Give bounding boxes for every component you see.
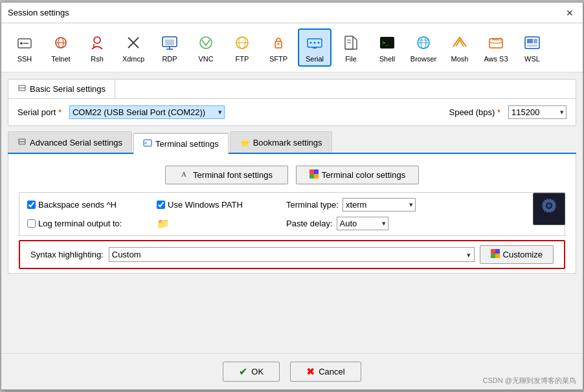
tab-terminal-settings-label: Terminal settings — [155, 139, 219, 149]
customize-icon — [491, 249, 500, 260]
protocol-rdp[interactable]: RDP — [153, 28, 186, 67]
tab-bookmark-settings[interactable]: ⭐ Bookmark settings — [230, 131, 332, 153]
protocol-wsl[interactable]: WSL — [515, 28, 549, 67]
tab-advanced-serial[interactable]: Advanced Serial settings — [8, 131, 132, 153]
vnc-label: VNC — [198, 55, 213, 63]
terminal-type-label: Terminal type: — [286, 200, 339, 210]
customize-btn[interactable]: Customize — [480, 245, 554, 264]
tab-terminal-settings[interactable]: A Terminal settings — [133, 133, 229, 154]
speed-select[interactable]: 115200 9600 19200 38400 57600 230400 — [508, 105, 567, 119]
tab-advanced-serial-label: Advanced Serial settings — [30, 138, 122, 147]
protocol-serial[interactable]: Serial — [298, 28, 331, 67]
rdp-label: RDP — [162, 55, 177, 63]
protocol-browser[interactable]: Browser — [407, 28, 440, 67]
svg-rect-49 — [309, 169, 314, 174]
protocol-telnet[interactable]: Telnet — [44, 28, 78, 67]
folder-icon[interactable]: 📁 — [157, 217, 170, 230]
mosh-label: Mosh — [451, 55, 469, 63]
rsh-icon — [87, 32, 107, 53]
log-checkbox[interactable] — [27, 219, 36, 228]
protocol-vnc[interactable]: VNC — [189, 28, 223, 67]
rdp-icon — [159, 32, 180, 53]
ok-icon: ✔ — [239, 365, 247, 378]
windows-path-checkbox[interactable] — [157, 201, 165, 209]
svg-rect-52 — [314, 174, 319, 179]
svg-rect-11 — [165, 39, 174, 45]
basic-serial-tab[interactable]: Basic Serial settings — [8, 80, 115, 98]
gear-icon — [537, 197, 561, 221]
wsl-label: WSL — [524, 55, 540, 63]
ssh-label: SSH — [17, 55, 32, 63]
awss3-label: Aws S3 — [484, 55, 508, 63]
svg-point-22 — [314, 42, 316, 44]
speed-select-wrapper: 115200 9600 19200 38400 57600 230400 — [508, 105, 567, 119]
basic-serial-panel: Basic Serial settings Serial port * COM2… — [8, 79, 576, 126]
backspace-label[interactable]: Backspace sends ^H — [38, 200, 117, 210]
browser-icon — [413, 32, 434, 53]
backspace-checkbox[interactable] — [27, 201, 36, 209]
paste-delay-option: Paste delay: Auto None Short Medium Long — [286, 217, 557, 230]
svg-point-42 — [23, 87, 25, 89]
svg-text:>_: >_ — [382, 39, 389, 46]
tab-bookmark-settings-label: Bookmark settings — [253, 138, 322, 147]
protocol-xdmcp[interactable]: Xdmcp — [117, 28, 150, 67]
shell-label: Shell — [379, 55, 395, 63]
log-label[interactable]: Log terminal output to: — [38, 219, 122, 228]
protocol-shell[interactable]: >_ Shell — [370, 28, 404, 67]
log-option: Log terminal output to: — [27, 219, 157, 228]
basic-serial-tab-header: Basic Serial settings — [8, 80, 576, 99]
terminal-color-btn[interactable]: Terminal color settings — [296, 166, 419, 184]
watermark: CSDN @无聊到发博客的菜鸟 — [483, 376, 576, 386]
svg-rect-56 — [495, 254, 500, 258]
protocol-rsh[interactable]: Rsh — [80, 28, 114, 67]
advanced-serial-tab-icon — [17, 137, 27, 148]
protocol-mosh[interactable]: Mosh — [443, 28, 477, 67]
svg-rect-24 — [313, 47, 317, 49]
terminal-type-select[interactable]: xterm xterm-256color vt100 linux — [343, 198, 416, 212]
syntax-select-wrapper: Custom None C/C++ Python — [109, 247, 475, 262]
serial-label: Serial — [306, 55, 324, 63]
rsh-label: Rsh — [91, 55, 104, 63]
svg-rect-55 — [491, 254, 495, 258]
windows-path-label[interactable]: Use Windows PATH — [168, 200, 243, 210]
ok-button[interactable]: ✔ OK — [223, 362, 280, 382]
serial-port-select[interactable]: COM22 (USB Serial Port (COM22)) — [69, 105, 225, 119]
svg-point-21 — [310, 42, 312, 44]
browser-label: Browser — [410, 55, 436, 63]
cancel-button[interactable]: ✖ Cancel — [290, 362, 361, 382]
file-icon — [341, 32, 361, 53]
svg-text:AWS: AWS — [492, 37, 502, 41]
svg-point-40 — [19, 87, 21, 89]
log-folder: 📁 — [157, 217, 286, 230]
protocol-ssh[interactable]: SSH — [8, 28, 41, 67]
terminal-tab-icon: A — [143, 138, 152, 149]
lower-tabs: Advanced Serial settings A Terminal sett… — [8, 131, 576, 154]
serial-port-select-wrapper: COM22 (USB Serial Port (COM22)) — [69, 105, 225, 119]
terminal-type-option: Terminal type: xterm xterm-256color vt10… — [286, 198, 557, 212]
ftp-icon — [232, 32, 253, 53]
xdmcp-icon — [123, 32, 144, 53]
syntax-select[interactable]: Custom None C/C++ Python — [109, 247, 475, 262]
svg-point-45 — [23, 141, 25, 142]
speed-label: Speed (bps) * — [449, 107, 500, 117]
syntax-highlighting-row: Syntax highlighting: Custom None C/C++ P… — [19, 240, 565, 269]
protocol-sftp[interactable]: SFTP — [262, 28, 295, 67]
terminal-type-select-wrapper: xterm xterm-256color vt100 linux — [343, 198, 416, 212]
serial-icon — [304, 32, 325, 53]
shell-icon: >_ — [377, 32, 398, 53]
terminal-font-btn[interactable]: A Terminal font settings — [165, 166, 288, 184]
protocol-file[interactable]: File — [334, 28, 368, 67]
svg-text:A: A — [144, 141, 147, 145]
protocol-awss3[interactable]: AWS Aws S3 — [479, 28, 513, 67]
main-content: Basic Serial settings Serial port * COM2… — [1, 72, 583, 353]
title-bar: Session settings ✕ — [1, 3, 583, 23]
svg-rect-51 — [309, 174, 314, 179]
svg-point-43 — [19, 141, 21, 142]
svg-rect-37 — [527, 39, 533, 43]
close-button[interactable]: ✕ — [563, 6, 576, 19]
backspace-option: Backspace sends ^H — [27, 200, 157, 210]
paste-delay-select[interactable]: Auto None Short Medium Long — [337, 217, 388, 230]
svg-point-41 — [21, 87, 23, 89]
svg-text:A: A — [181, 170, 186, 178]
protocol-ftp[interactable]: FTP — [225, 28, 259, 67]
